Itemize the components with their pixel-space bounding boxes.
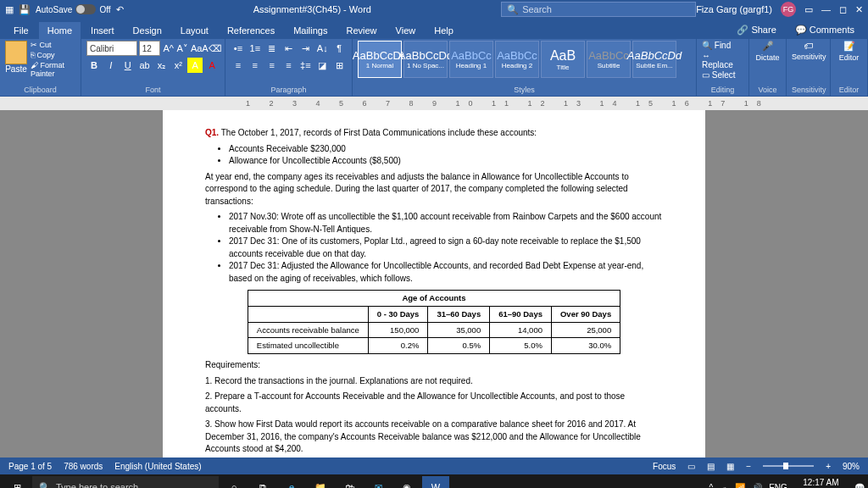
strike-button[interactable]: ab (137, 58, 153, 73)
search-box[interactable]: 🔍 Search (501, 2, 696, 17)
style-heading2[interactable]: AaBbCcHeading 2 (495, 41, 539, 78)
style-nospacing[interactable]: AaBbCcDd1 No Spac... (403, 41, 448, 78)
ruler[interactable]: 1 2 3 4 5 6 7 8 9 10 11 12 13 14 15 16 1… (0, 97, 868, 110)
focus-mode[interactable]: Focus (653, 462, 676, 471)
document-area[interactable]: Q1. The October 1, 2017, records of Firs… (0, 110, 868, 458)
indent-icon[interactable]: ⇥ (298, 41, 313, 56)
cortana-icon[interactable]: ○ (220, 476, 248, 488)
zoom-level[interactable]: 90% (843, 462, 860, 471)
dictate-button[interactable]: 🎤Dictate (754, 41, 781, 62)
start-button[interactable]: ⊞ (3, 476, 31, 488)
editor-button[interactable]: 📝Editor (836, 41, 862, 62)
zoom-slider[interactable] (763, 465, 814, 467)
tab-insert[interactable]: Insert (82, 22, 123, 39)
justify-icon[interactable]: ≡ (281, 58, 297, 73)
language-tray[interactable]: ENG (769, 483, 787, 489)
notifications-icon[interactable]: 💬 (854, 483, 865, 489)
style-subtle[interactable]: AaBbCcDdSubtle Em... (632, 41, 676, 78)
page[interactable]: Q1. The October 1, 2017, records of Firs… (163, 110, 705, 458)
font-size-select[interactable]: 12 (139, 41, 161, 56)
tab-review[interactable]: Review (338, 22, 386, 39)
maximize-icon[interactable]: ◻ (839, 4, 847, 15)
view-print-icon[interactable]: ▤ (707, 462, 715, 471)
tab-home[interactable]: Home (39, 22, 81, 39)
view-read-icon[interactable]: ▭ (687, 462, 695, 471)
borders-icon[interactable]: ⊞ (331, 58, 347, 73)
onedrive-icon[interactable]: ☁ (720, 483, 728, 489)
bold-button[interactable]: B (86, 58, 102, 73)
ribbon-options-icon[interactable]: ▭ (804, 4, 813, 15)
chrome-icon[interactable]: ◉ (393, 476, 420, 488)
style-title[interactable]: AaBTitle (541, 41, 585, 78)
highlight-button[interactable]: A (187, 58, 203, 73)
paste-button[interactable]: Paste (5, 41, 27, 78)
system-tray[interactable]: ^ ☁ 📶 🔊 ENG 12:17 AM2020-09-21 💬 (709, 478, 865, 488)
autosave-toggle[interactable]: AutoSaveOff (36, 4, 111, 14)
multilevel-icon[interactable]: ≣ (264, 41, 280, 56)
outdent-icon[interactable]: ⇤ (281, 41, 297, 56)
align-center-icon[interactable]: ≡ (248, 58, 263, 73)
volume-icon[interactable]: 🔊 (752, 483, 762, 489)
language-indicator[interactable]: English (United States) (114, 462, 201, 471)
styles-gallery[interactable]: AaBbCcDd1 Normal AaBbCcDd1 No Spac... Aa… (358, 41, 691, 78)
font-color-button[interactable]: A (204, 58, 220, 73)
style-subtitle[interactable]: AaBbCcSubtitle (587, 41, 631, 78)
shading-icon[interactable]: ◪ (314, 58, 330, 73)
italic-button[interactable]: I (103, 58, 119, 73)
minimize-icon[interactable]: — (821, 4, 831, 14)
undo-icon[interactable]: ↶ (116, 4, 124, 15)
case-icon[interactable]: Aa (190, 41, 203, 56)
underline-button[interactable]: U (120, 58, 136, 73)
tab-mailings[interactable]: Mailings (285, 22, 336, 39)
taskview-icon[interactable]: ⧉ (249, 476, 276, 488)
tab-file[interactable]: File (5, 22, 37, 39)
view-web-icon[interactable]: ▦ (726, 462, 734, 471)
edge-icon[interactable]: e (278, 476, 305, 488)
page-indicator[interactable]: Page 1 of 5 (8, 462, 52, 471)
user-name[interactable]: Fiza Garg (gargf1) (696, 4, 772, 14)
align-left-icon[interactable]: ≡ (231, 58, 246, 73)
comments-button[interactable]: 💬 Comments (787, 21, 863, 39)
clear-format-icon[interactable]: A⌫ (204, 41, 220, 56)
store-icon[interactable]: 🛍 (336, 476, 363, 488)
tab-layout[interactable]: Layout (172, 22, 217, 39)
numbering-icon[interactable]: 1≡ (248, 41, 263, 56)
font-name-select[interactable]: Calibri (86, 41, 137, 56)
select-button[interactable]: ▭ Select (702, 70, 743, 80)
cut-button[interactable]: ✂ Cut (31, 41, 75, 49)
word-count[interactable]: 786 words (64, 462, 103, 471)
user-avatar[interactable]: FG (781, 2, 796, 17)
bullets-icon[interactable]: •≡ (231, 41, 246, 56)
subscript-button[interactable]: x₂ (154, 58, 170, 73)
find-button[interactable]: 🔍 Find (702, 41, 743, 50)
tray-up-icon[interactable]: ^ (709, 483, 713, 489)
share-button[interactable]: 🔗 Share (728, 21, 784, 39)
explorer-icon[interactable]: 📁 (307, 476, 334, 488)
sensitivity-button[interactable]: 🏷Sensitivity (792, 41, 825, 61)
grow-font-icon[interactable]: A^ (162, 41, 175, 56)
close-icon[interactable]: ✕ (855, 4, 863, 15)
style-normal[interactable]: AaBbCcDd1 Normal (358, 41, 402, 78)
sort-icon[interactable]: A↓ (314, 41, 330, 56)
clock[interactable]: 12:17 AM2020-09-21 (794, 478, 848, 488)
wifi-icon[interactable]: 📶 (735, 483, 745, 489)
zoom-in-icon[interactable]: + (826, 462, 831, 471)
save-icon[interactable]: 💾 (19, 4, 31, 15)
replace-button[interactable]: ↔ Replace (702, 51, 743, 69)
tab-help[interactable]: Help (426, 22, 462, 39)
superscript-button[interactable]: x² (170, 58, 186, 73)
shrink-font-icon[interactable]: A˅ (176, 41, 189, 56)
tab-references[interactable]: References (219, 22, 283, 39)
tab-design[interactable]: Design (125, 22, 170, 39)
style-heading1[interactable]: AaBbCcHeading 1 (449, 41, 493, 78)
pilcrow-icon[interactable]: ¶ (331, 41, 347, 56)
taskbar-search[interactable]: 🔍 Type here to search (32, 476, 219, 488)
word-taskbar-icon[interactable]: W (422, 476, 449, 488)
align-right-icon[interactable]: ≡ (264, 58, 280, 73)
copy-button[interactable]: ⎘ Copy (31, 51, 75, 59)
tab-view[interactable]: View (387, 22, 425, 39)
format-painter-button[interactable]: 🖌 Format Painter (31, 61, 75, 78)
mail-icon[interactable]: ✉ (364, 476, 392, 488)
zoom-out-icon[interactable]: − (746, 462, 751, 471)
line-spacing-icon[interactable]: ‡≡ (298, 58, 313, 73)
